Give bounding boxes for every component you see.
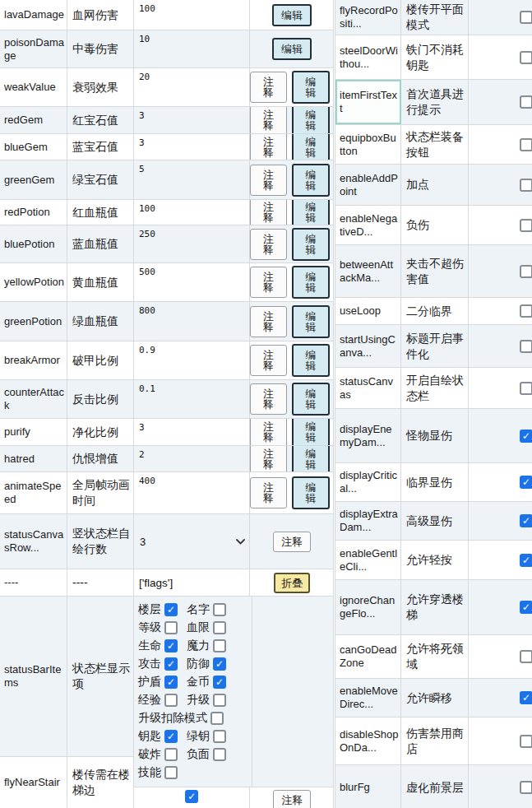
enable-flag-checkbox[interactable]	[520, 265, 532, 278]
edit-button[interactable]: 编辑	[292, 476, 331, 509]
status-bar-item-checkbox[interactable]	[213, 694, 226, 707]
status-bar-item-label: 防御	[187, 657, 210, 671]
comment-button[interactable]: 注释	[250, 345, 287, 376]
config-key: useLoop	[335, 298, 401, 324]
enable-flag-checkbox[interactable]	[520, 304, 532, 318]
edit-button[interactable]: 编辑	[292, 419, 331, 446]
status-bar-item-checkbox[interactable]	[164, 766, 178, 779]
table-row: equipboxButton 状态栏装备按钮	[335, 125, 532, 165]
config-rows-right: flyRecordPositi... 楼传开平面模式 steelDoorWith…	[335, 0, 532, 808]
status-bar-item-checkbox[interactable]	[164, 621, 178, 634]
enable-flag-checkbox[interactable]	[520, 179, 532, 192]
enable-flag-checkbox[interactable]: ✓	[520, 691, 532, 704]
comment-button[interactable]: 注释	[250, 306, 287, 337]
enable-flag-checkbox[interactable]	[520, 650, 532, 663]
edit-button[interactable]: 编辑	[292, 200, 331, 225]
enable-flag-checkbox[interactable]	[520, 11, 532, 24]
edit-button[interactable]: 编辑	[292, 383, 331, 416]
edit-button[interactable]: 编辑	[292, 134, 331, 160]
edit-button[interactable]: 编辑	[292, 344, 331, 377]
table-row: flyNearStair 楼传需在楼梯边	[0, 757, 134, 808]
table-row: enableNegativeD... 负伤	[335, 206, 532, 245]
status-bar-item-checkbox[interactable]: ✓	[164, 639, 178, 652]
edit-button[interactable]: 编辑	[292, 71, 331, 104]
enable-flag-checkbox[interactable]	[520, 51, 532, 64]
comment-button[interactable]: 注释	[250, 72, 287, 103]
config-value: 3	[134, 514, 250, 569]
config-desc: 楼传需在楼梯边	[67, 757, 134, 808]
enable-flag-checkbox[interactable]	[520, 340, 532, 353]
config-value: ['flags']	[134, 569, 250, 596]
status-bar-item-checkbox[interactable]	[213, 621, 226, 634]
edit-button[interactable]: 编辑	[292, 164, 331, 197]
status-bar-item-checkbox[interactable]	[213, 748, 226, 761]
edit-button[interactable]: 编辑	[292, 107, 331, 134]
enable-flag-checkbox[interactable]	[520, 95, 532, 109]
config-key: startUsingCanva...	[335, 325, 401, 367]
config-desc: 红血瓶值	[67, 200, 134, 225]
status-bar-item-label: 攻击	[138, 657, 161, 671]
fly-near-stair-value-row: ✓ 注释	[134, 787, 333, 808]
status-bar-item-checkbox[interactable]	[213, 603, 226, 616]
status-bar-item-checkbox[interactable]: ✓	[213, 676, 226, 689]
status-bar-item-line: 经验升级	[138, 691, 252, 709]
status-bar-item-checkbox[interactable]	[213, 730, 226, 743]
status-bar-item-checkbox[interactable]: ✓	[213, 657, 226, 671]
comment-button[interactable]: 注释	[250, 267, 287, 298]
config-key: statusCanvasRow...	[0, 514, 67, 569]
config-key: ignoreChangeFlo...	[335, 580, 401, 634]
status-bar-item-checkbox[interactable]: ✓	[164, 676, 178, 689]
enable-flag-checkbox[interactable]	[520, 781, 532, 794]
comment-button[interactable]: 注释	[273, 532, 311, 552]
comment-button[interactable]: 注释	[250, 477, 287, 508]
status-bar-item-checkbox[interactable]: ✓	[164, 730, 178, 743]
enable-flag-checkbox[interactable]: ✓	[520, 601, 532, 614]
enable-flag-checkbox[interactable]: ✓	[520, 430, 532, 443]
status-bar-item-checkbox[interactable]	[210, 712, 224, 725]
status-bar-item-line: 生命✓魔力	[138, 637, 252, 655]
comment-button[interactable]: 注释	[250, 165, 287, 196]
comment-button[interactable]: 注释	[250, 200, 287, 225]
enable-flag-checkbox[interactable]: ✓	[520, 476, 532, 489]
config-checkbox-cell: ✓	[469, 463, 532, 501]
edit-button[interactable]: 编辑	[272, 4, 312, 26]
comment-button[interactable]: 注释	[250, 446, 287, 472]
config-desc: 负伤	[401, 206, 469, 244]
enable-flag-checkbox[interactable]	[520, 735, 532, 748]
game-config-panel: lavaDamage 血网伤害 100 编辑 poisonDamage 中毒伤害…	[0, 0, 532, 808]
status-bar-item-checkbox[interactable]: ✓	[164, 603, 178, 616]
edit-button[interactable]: 编辑	[292, 228, 331, 261]
row-count-select[interactable]: 3	[139, 534, 247, 550]
enable-flag-checkbox[interactable]: ✓	[520, 554, 532, 567]
enable-flag-checkbox[interactable]: ✓	[520, 514, 532, 527]
enable-flag-checkbox[interactable]	[520, 219, 532, 232]
fold-button[interactable]: 折叠	[274, 573, 310, 593]
comment-button[interactable]: 注释	[250, 107, 287, 134]
status-bar-item-line: 破炸负面	[138, 745, 252, 764]
edit-button[interactable]: 编辑	[292, 305, 331, 338]
row-actions: 注释编辑	[250, 107, 333, 133]
enable-flag-checkbox[interactable]	[520, 382, 532, 395]
comment-button[interactable]: 注释	[250, 134, 287, 160]
edit-button[interactable]: 编辑	[292, 446, 331, 472]
status-bar-item: 经验	[138, 693, 178, 708]
fly-near-stair-checkbox[interactable]: ✓	[185, 790, 198, 803]
status-bar-item-checkbox[interactable]	[213, 639, 226, 652]
table-row: startUsingCanva... 标题开启事件化	[335, 325, 532, 368]
status-bar-item: 等级	[138, 620, 178, 635]
edit-button[interactable]: 编辑	[292, 266, 331, 299]
table-row: enableGentleCli... 允许轻按 ✓	[335, 541, 532, 580]
config-key: greenPotion	[0, 302, 67, 341]
enable-flag-checkbox[interactable]	[520, 138, 532, 151]
status-bar-item-checkbox[interactable]	[164, 748, 178, 761]
status-bar-item-line: 升级扣除模式	[138, 709, 252, 727]
comment-button[interactable]: 注释	[250, 419, 287, 446]
comment-button[interactable]: 注释	[250, 383, 287, 415]
status-bar-item-checkbox[interactable]	[164, 694, 178, 707]
config-desc: 蓝血瓶值	[67, 225, 134, 262]
comment-button[interactable]: 注释	[250, 229, 287, 260]
config-rows-left: lavaDamage 血网伤害 100 编辑 poisonDamage 中毒伤害…	[0, 0, 333, 597]
status-bar-item-checkbox[interactable]: ✓	[164, 657, 178, 671]
comment-button[interactable]: 注释	[273, 790, 311, 808]
edit-button[interactable]: 编辑	[272, 38, 312, 60]
